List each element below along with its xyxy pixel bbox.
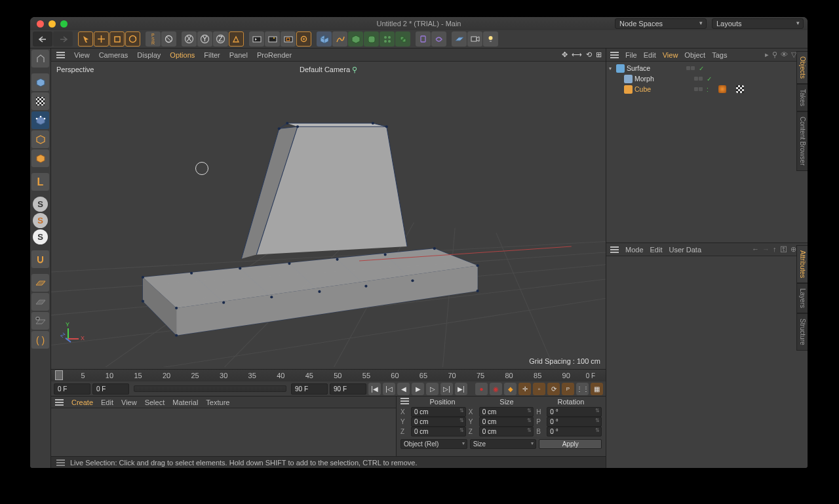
- z-axis-lock[interactable]: Z: [213, 31, 228, 47]
- key-pos[interactable]: ✛: [518, 383, 531, 395]
- attr-back-icon[interactable]: ←: [752, 245, 759, 254]
- mat-menu-material[interactable]: Material: [172, 398, 198, 406]
- status-menu-icon[interactable]: [56, 459, 65, 466]
- object-tag[interactable]: [718, 85, 726, 93]
- object-name-label[interactable]: Cube: [634, 85, 691, 93]
- coord-rot-input[interactable]: 0 °: [547, 407, 602, 417]
- array[interactable]: [380, 31, 395, 47]
- field[interactable]: [431, 31, 446, 47]
- obj-nav-icon[interactable]: ▸: [765, 50, 769, 59]
- material-list-area[interactable]: [51, 408, 396, 456]
- sidetab-layers[interactable]: Layers: [796, 283, 808, 313]
- vp-toggle-icon[interactable]: ⊞: [596, 50, 602, 59]
- coord-size-input[interactable]: 0 cm: [479, 417, 534, 427]
- sidetab-content-browser[interactable]: Content Browser: [796, 111, 808, 170]
- mat-menu-select[interactable]: Select: [145, 398, 165, 406]
- vp-menu-panel[interactable]: Panel: [229, 51, 248, 59]
- goto-end-button[interactable]: ▶|: [455, 383, 467, 395]
- prev-frame-button[interactable]: ◀: [397, 383, 410, 395]
- workplane-1[interactable]: [31, 274, 49, 292]
- timeline-range-bar[interactable]: [134, 385, 286, 392]
- snap-toggle[interactable]: [31, 250, 49, 268]
- material-menu-icon[interactable]: [55, 399, 64, 406]
- viewport-solo-hier[interactable]: S: [33, 229, 48, 244]
- workplane-reset[interactable]: ( ): [31, 331, 49, 349]
- coord-rot-input[interactable]: 0 °: [547, 427, 602, 436]
- x-axis-lock[interactable]: X: [182, 31, 197, 47]
- next-frame-button[interactable]: ▷: [426, 383, 439, 395]
- start-frame-input[interactable]: [54, 383, 90, 395]
- object-row[interactable]: ▾ Surface ✓: [608, 63, 806, 73]
- bend-deformer[interactable]: [416, 31, 431, 47]
- object-row[interactable]: Morph ✓: [608, 73, 806, 84]
- coord-system[interactable]: [229, 31, 244, 47]
- key-pla[interactable]: ⋮⋮: [576, 383, 589, 395]
- obj-menu-edit[interactable]: Edit: [644, 51, 656, 59]
- vp-menu-cameras[interactable]: Cameras: [99, 51, 128, 59]
- vp-menu-display[interactable]: Display: [137, 51, 161, 59]
- sidetab-structure[interactable]: Structure: [796, 313, 808, 351]
- out-frame-input[interactable]: [291, 383, 328, 395]
- visibility-dots[interactable]: [686, 66, 695, 70]
- layouts-dropdown[interactable]: Layouts: [712, 18, 804, 29]
- keyframe-selection[interactable]: ◆: [504, 383, 517, 395]
- workplane-2[interactable]: [31, 293, 49, 311]
- attr-menu-icon[interactable]: [610, 246, 619, 253]
- attr-menu-edit[interactable]: Edit: [650, 246, 663, 254]
- object-row[interactable]: Cube :: [608, 84, 806, 94]
- coord-apply-button[interactable]: Apply: [539, 439, 602, 449]
- edge-mode[interactable]: [31, 130, 49, 148]
- y-axis-lock[interactable]: Y: [197, 31, 212, 47]
- undo-button[interactable]: [33, 31, 52, 47]
- visibility-dots[interactable]: [694, 87, 703, 91]
- play-button[interactable]: ▶: [412, 383, 424, 395]
- next-key-button[interactable]: ▷|: [440, 383, 453, 395]
- coord-size-input[interactable]: 0 cm: [479, 427, 534, 436]
- node-spaces-dropdown[interactable]: Node Spaces: [615, 18, 707, 29]
- vp-pan-icon[interactable]: ✥: [562, 50, 568, 59]
- obj-menu-icon[interactable]: [610, 52, 619, 58]
- enable-check-icon[interactable]: ✓: [699, 65, 704, 72]
- instance[interactable]: [395, 31, 410, 47]
- vp-menu-prorender[interactable]: ProRender: [257, 51, 292, 59]
- vp-menu-view[interactable]: View: [74, 51, 90, 59]
- coord-size-input[interactable]: 0 cm: [479, 407, 534, 417]
- coord-menu-icon[interactable]: [400, 398, 409, 406]
- object-tree[interactable]: ▾ Surface ✓ Morph ✓ Cube :: [606, 62, 808, 242]
- render-settings[interactable]: [296, 31, 311, 47]
- redo-button[interactable]: [53, 31, 73, 47]
- obj-menu-tags[interactable]: Tags: [712, 51, 727, 59]
- render-picture-viewer[interactable]: [265, 31, 280, 47]
- attr-new-icon[interactable]: ⊕: [790, 245, 796, 254]
- sidetab-objects[interactable]: Objects: [796, 51, 808, 84]
- expand-icon[interactable]: ▾: [609, 66, 614, 71]
- cube-primitive[interactable]: [317, 31, 332, 47]
- timeline-ruler[interactable]: 051015202530354045505560657075808590 0 F: [51, 370, 606, 381]
- light[interactable]: [483, 31, 498, 47]
- scale-tool[interactable]: [109, 31, 125, 47]
- enable-check-icon[interactable]: ✓: [707, 75, 712, 83]
- attr-menu-userdata[interactable]: User Data: [669, 246, 702, 254]
- coord-pos-input[interactable]: 0 cm: [411, 417, 466, 427]
- obj-filter-icon[interactable]: ▽: [791, 50, 796, 59]
- prev-key-button[interactable]: |◁: [383, 383, 395, 395]
- coord-size-select[interactable]: Size: [470, 439, 537, 449]
- obj-eye-icon[interactable]: 👁: [781, 50, 788, 59]
- visibility-dots[interactable]: [694, 77, 703, 81]
- goto-start-button[interactable]: |◀: [368, 383, 381, 395]
- key-param[interactable]: P: [562, 383, 574, 395]
- attr-menu-mode[interactable]: Mode: [625, 246, 644, 254]
- move-tool[interactable]: [94, 31, 109, 47]
- sidetab-takes[interactable]: Takes: [796, 84, 808, 111]
- generator[interactable]: [348, 31, 363, 47]
- obj-search-icon[interactable]: ⚲: [772, 50, 777, 59]
- mat-menu-texture[interactable]: Texture: [206, 398, 229, 406]
- subdivision-surface[interactable]: [364, 31, 379, 47]
- obj-menu-object[interactable]: Object: [684, 51, 705, 59]
- axis-mode[interactable]: L: [31, 173, 49, 191]
- viewport-menu-icon[interactable]: [56, 52, 65, 58]
- object-tag[interactable]: [736, 85, 744, 93]
- spline-primitive[interactable]: [332, 31, 347, 47]
- viewport-3d[interactable]: Perspective Default Camera⚲ Grid Spacing…: [51, 62, 606, 369]
- viewport-solo-single[interactable]: S: [33, 213, 48, 228]
